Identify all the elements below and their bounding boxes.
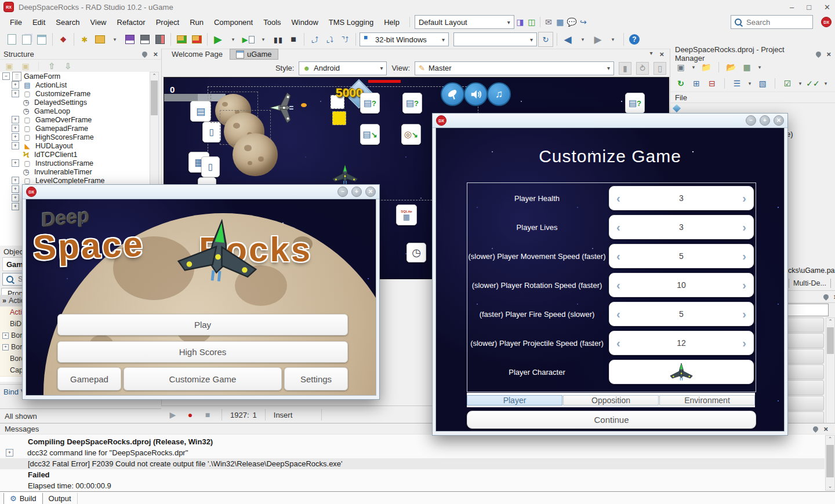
step-out-icon[interactable]: ⌝⤴ xyxy=(338,32,352,46)
file-column-header[interactable]: File xyxy=(670,92,835,103)
chevron-down-icon[interactable]: ▾ xyxy=(606,32,620,46)
run-without-debugging-icon[interactable]: ▶ xyxy=(241,32,255,46)
apply-layout-icon[interactable]: ◫ xyxy=(526,16,538,28)
minimize-icon[interactable]: – xyxy=(337,187,348,197)
tab-welcome-page[interactable]: Welcome Page xyxy=(166,49,228,59)
expand-icon[interactable]: + xyxy=(12,203,19,210)
close-icon[interactable]: × xyxy=(823,425,828,433)
palette-category[interactable] xyxy=(785,317,824,333)
sqlite-component-icon[interactable]: SQLite▦ xyxy=(396,204,417,225)
bindings-list-icon[interactable]: ▤ xyxy=(190,101,211,122)
tree-item[interactable]: ◷GameLoop xyxy=(12,107,70,115)
stop-icon[interactable]: ■ xyxy=(286,32,300,46)
build-groups-icon[interactable]: ▧ xyxy=(757,78,768,89)
collapse-icon[interactable]: − xyxy=(2,72,10,80)
sign-in-icon[interactable]: ↪ xyxy=(578,16,589,28)
help-icon[interactable]: ? xyxy=(627,32,641,46)
close-icon[interactable]: × xyxy=(826,50,831,59)
expand-icon[interactable]: + xyxy=(2,333,9,339)
expand-icon[interactable]: + xyxy=(12,125,19,132)
rotation-speed-spinner[interactable]: ‹ 10 › xyxy=(609,273,754,297)
message-row-error[interactable]: [dcc32 Fatal Error] F2039 Could not crea… xyxy=(0,458,825,469)
expand-icon[interactable]: + xyxy=(12,90,19,97)
scroll-down-icon[interactable]: ⌄ xyxy=(826,483,834,490)
desktop-layout-combo[interactable]: Default Layout ▾ xyxy=(415,15,514,29)
tab-player[interactable]: Player xyxy=(467,395,562,406)
palette-category[interactable] xyxy=(785,333,824,348)
chevron-down-icon[interactable]: ▾ xyxy=(797,78,803,89)
scroll-up-icon[interactable]: ⌃ xyxy=(150,72,158,80)
chevron-left-icon[interactable]: ‹ xyxy=(616,221,620,233)
menu-search[interactable]: Search xyxy=(50,16,85,29)
step-into-icon[interactable]: ⌞⤵ xyxy=(323,32,337,46)
tab-output[interactable]: Output xyxy=(43,493,78,504)
menu-project[interactable]: Project xyxy=(151,16,184,29)
palette-category[interactable] xyxy=(785,396,824,411)
palette-category[interactable] xyxy=(785,349,824,364)
tab-environment[interactable]: Environment xyxy=(659,395,755,406)
new-item-icon[interactable]: ✱ xyxy=(78,32,92,46)
device-combo[interactable]: ▾ xyxy=(453,32,537,46)
project-group-row[interactable] xyxy=(670,103,835,114)
menu-run[interactable]: Run xyxy=(184,16,209,29)
play-button[interactable]: Play xyxy=(57,314,348,335)
view-combo[interactable]: ✎ Master ▾ xyxy=(415,61,614,75)
target-component-icon[interactable]: ◎↘ xyxy=(401,124,421,145)
palette-category[interactable] xyxy=(785,380,824,395)
device-component-icon[interactable]: ▯ xyxy=(202,122,221,143)
open-recent-icon[interactable] xyxy=(93,32,107,46)
new-item-icon[interactable]: ▣ xyxy=(3,60,15,72)
run-icon[interactable]: ▶ xyxy=(211,32,225,46)
menu-refactor[interactable]: Refactor xyxy=(112,16,151,29)
close-icon[interactable]: ✕ xyxy=(365,187,376,197)
menu-tms-logging[interactable]: TMS Logging xyxy=(324,16,379,29)
add-to-project-icon[interactable] xyxy=(175,32,188,46)
pin-icon[interactable] xyxy=(823,293,830,301)
chevron-right-icon[interactable]: › xyxy=(742,308,746,320)
menu-component[interactable]: Component xyxy=(209,16,258,29)
customize-game-button[interactable]: Customize Game xyxy=(124,367,282,390)
save-all-icon[interactable] xyxy=(138,32,152,46)
open-project-icon[interactable] xyxy=(35,32,49,46)
player-character-picker[interactable] xyxy=(609,360,754,384)
sort-list-icon[interactable]: ☰ xyxy=(731,78,743,89)
add-target-icon[interactable]: ⊞ xyxy=(691,78,702,89)
query-component-icon[interactable]: ▤? xyxy=(625,93,645,114)
chevron-down-icon[interactable]: ▾ xyxy=(576,32,590,46)
expand-icon[interactable]: + xyxy=(12,177,19,184)
maximize-icon[interactable]: + xyxy=(351,187,362,197)
palette-category[interactable] xyxy=(785,364,824,379)
mail-icon[interactable]: ✉ xyxy=(543,16,554,28)
customize-window-titlebar[interactable]: DX – + ✕ xyxy=(433,114,787,128)
tab-multi-device-preview[interactable]: Multi-De... xyxy=(789,279,831,288)
query-component-icon[interactable]: ▤? xyxy=(402,93,422,114)
expand-icon[interactable]: + xyxy=(6,449,13,456)
pause-icon[interactable]: ▮▮ xyxy=(271,32,285,46)
save-layout-icon[interactable]: ◨ xyxy=(514,16,526,28)
tab-build[interactable]: ⚙ Build xyxy=(3,493,43,504)
message-row[interactable]: +dcc32 command line for "DeepSpaceRocks.… xyxy=(0,447,825,458)
menu-view[interactable]: View xyxy=(85,16,112,29)
high-scores-button[interactable]: High Scores xyxy=(57,341,348,363)
close-icon[interactable]: × xyxy=(153,50,158,59)
chevron-left-icon[interactable]: ‹ xyxy=(616,279,620,291)
expand-icon[interactable]: + xyxy=(12,159,19,167)
message-row[interactable]: Elapsed time: 00:00:00.9 xyxy=(0,480,825,491)
game-window-titlebar[interactable]: DX – + ✕ xyxy=(23,185,379,199)
delete-item-icon[interactable]: ▣ xyxy=(20,60,31,72)
maximize-icon[interactable]: □ xyxy=(807,3,811,12)
tree-item[interactable]: +▤ActionList xyxy=(12,81,67,89)
menu-help[interactable]: Help xyxy=(379,16,405,29)
menu-edit[interactable]: Edit xyxy=(27,16,50,29)
gamepad-button[interactable]: Gamepad xyxy=(57,367,121,390)
close-tab-icon[interactable]: × xyxy=(659,50,664,59)
tab-ugame[interactable]: uGame xyxy=(230,49,278,60)
step-over-icon[interactable]: ⌞⤴ xyxy=(308,32,322,46)
fire-speed-spinner[interactable]: ‹ 5 › xyxy=(609,302,754,326)
message-row[interactable]: Failed xyxy=(0,469,825,480)
chevron-right-icon[interactable]: › xyxy=(742,279,746,291)
timer-component-icon[interactable]: ◷ xyxy=(406,243,426,262)
minimize-icon[interactable]: – xyxy=(746,115,756,126)
chevron-right-icon[interactable]: › xyxy=(742,192,746,204)
chevron-left-icon[interactable]: ‹ xyxy=(616,308,620,320)
